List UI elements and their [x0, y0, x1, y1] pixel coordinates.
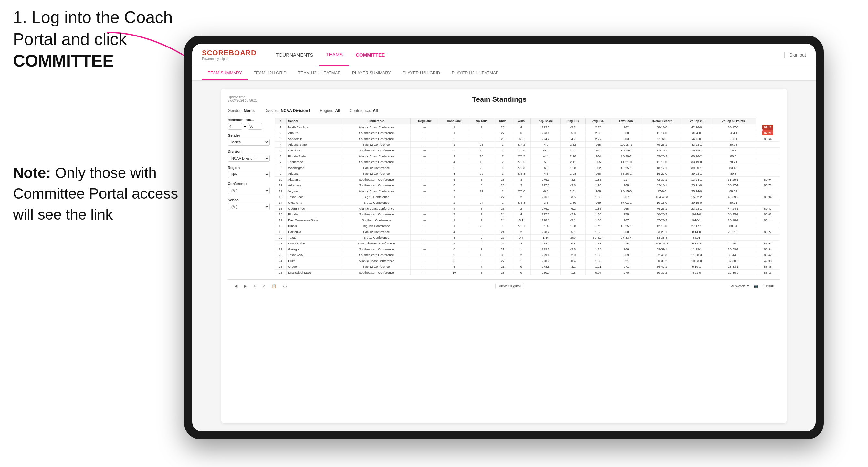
table-row: 8WashingtonPac-12 Conference—2231276.3-6… — [275, 165, 780, 171]
sub-nav-team-h2h-heatmap[interactable]: TEAM H2H HEATMAP — [292, 66, 346, 80]
table-row: 6Florida StateAtlantic Coast Conference—… — [275, 153, 780, 159]
table-cell: 268 — [611, 183, 642, 188]
table-cell: 12-15-0 — [642, 223, 682, 229]
table-cell: 1.90 — [585, 183, 611, 188]
max-rounds-input[interactable] — [248, 123, 262, 129]
gender-value: Men's — [244, 108, 254, 113]
table-cell: 273.6 — [531, 130, 561, 136]
table-cell: 8 — [469, 177, 494, 183]
table-cell: 271 — [611, 264, 642, 270]
table-cell: 3 — [439, 171, 469, 177]
nav-teams[interactable]: TEAMS — [319, 43, 349, 66]
min-rounds-input[interactable] — [228, 123, 242, 129]
table-cell: 8 — [469, 206, 494, 212]
table-cell: Pac-12 Conference — [342, 229, 410, 235]
table-cell: 1 — [494, 142, 512, 148]
table-cell: 17 — [275, 217, 286, 223]
table-cell: 87.21 — [755, 130, 780, 136]
table-cell: Big 12 Conference — [342, 194, 410, 200]
watch-button[interactable]: 👁 Watch ▼ — [731, 284, 750, 288]
conference-select[interactable]: (All) — [228, 187, 270, 194]
table-row: 5Ole MissSoutheastern Conference—3161274… — [275, 148, 780, 153]
table-cell: 3 — [439, 235, 469, 241]
table-cell: Southeastern Conference — [342, 130, 410, 136]
toolbar-refresh[interactable]: ↻ — [251, 283, 258, 289]
table-cell: 2.37 — [561, 148, 586, 153]
toolbar-info[interactable]: ⓘ — [281, 282, 289, 290]
table-cell: 26 — [494, 206, 512, 212]
toolbar-copy[interactable]: 📋 — [270, 283, 278, 289]
table-cell: 83.49 — [711, 165, 755, 171]
table-cell: 1.28 — [561, 223, 586, 229]
table-cell: Atlantic Coast Conference — [342, 124, 410, 130]
table-cell: 76-26-1 — [642, 206, 682, 212]
table-cell: 9 — [469, 241, 494, 246]
filter-region: Region: All — [320, 108, 340, 113]
share-button[interactable]: ⇧ Share — [762, 284, 775, 288]
nav-bar: SCOREBOARD Powered by clippd TOURNAMENTS… — [192, 43, 816, 66]
table-cell: 88.38 — [755, 264, 780, 270]
table-cell: Texas A&M — [286, 252, 342, 258]
table-cell: 9 — [469, 130, 494, 136]
sub-nav-player-summary[interactable]: PLAYER SUMMARY — [346, 66, 397, 80]
sidebar-gender-label: Gender — [228, 133, 270, 137]
toolbar-forward[interactable]: ▶ — [242, 283, 249, 289]
table-cell: 279.5 — [512, 159, 530, 165]
table-cell: — — [410, 194, 439, 200]
table-cell: 274.8 — [512, 148, 530, 153]
toolbar-back[interactable]: ◀ — [232, 283, 239, 289]
table-cell: — — [410, 212, 439, 217]
sub-nav-team-h2h-grid[interactable]: TEAM H2H GRID — [248, 66, 292, 80]
toolbar-home[interactable]: ⌂ — [261, 283, 267, 289]
table-cell: 258 — [611, 212, 642, 217]
table-cell: 264 — [585, 153, 611, 159]
col-rnds: Rnds — [494, 118, 512, 124]
view-original-button[interactable]: View: Original — [495, 283, 524, 289]
table-cell: 20 — [275, 235, 286, 241]
table-cell: 21 — [275, 241, 286, 246]
table-cell: 80.71 — [755, 183, 780, 188]
sub-nav-team-summary[interactable]: TEAM SUMMARY — [202, 66, 248, 80]
table-cell: 279.6 — [531, 252, 561, 258]
table-row: 2AuburnSoutheastern Conference—19276273.… — [275, 130, 780, 136]
table-cell: 2 — [494, 200, 512, 206]
table-cell: 276.0 — [512, 188, 530, 194]
school-select[interactable]: (All) — [228, 203, 270, 210]
table-cell: 59-39-1 — [642, 246, 682, 252]
table-cell: 66-40-1 — [642, 264, 682, 270]
gender-select[interactable]: Men's — [228, 138, 270, 146]
col-vs-top50: Vs Top 50 Points — [711, 118, 755, 124]
table-cell: -5.1 — [561, 217, 586, 223]
table-cell: 0 — [512, 264, 530, 270]
sub-nav-player-h2h-heatmap[interactable]: PLAYER H2H HEATMAP — [446, 66, 504, 80]
table-cell: 8 — [469, 229, 494, 235]
table-cell: Southeastern Conference — [342, 246, 410, 252]
table-cell: 4-21-0 — [682, 270, 711, 276]
table-cell: Southeastern Conference — [342, 270, 410, 276]
table-cell: 87-21-2 — [642, 217, 682, 223]
table-cell: — — [410, 183, 439, 188]
sign-out-link[interactable]: Sign out — [789, 52, 806, 58]
sub-nav-player-h2h-grid[interactable]: PLAYER H2H GRID — [397, 66, 446, 80]
table-cell: 40-39-2 — [711, 194, 755, 200]
table-cell: 1 — [494, 223, 512, 229]
sidebar-minimum-rounds: Minimum Rou... – — [228, 118, 270, 129]
table-cell: 274.2 — [531, 136, 561, 142]
screenshot-button[interactable]: 📷 — [754, 284, 758, 288]
nav-tournaments[interactable]: TOURNAMENTS — [270, 43, 320, 66]
table-cell: 279.1 — [512, 223, 530, 229]
table-cell: 22 — [469, 171, 494, 177]
col-overall-record: Overall Record — [642, 118, 682, 124]
region-select[interactable]: N/A — [228, 171, 270, 178]
table-cell: North Carolina — [286, 124, 342, 130]
nav-committee[interactable]: COMMITTEE — [349, 43, 391, 66]
table-cell: -3.5 — [561, 194, 586, 200]
table-cell: — — [410, 165, 439, 171]
table-cell: 277.5 — [531, 212, 561, 217]
table-area: # School Conference Reg Rank Conf Rank N… — [275, 118, 780, 276]
table-cell: 260 — [611, 130, 642, 136]
division-select[interactable]: NCAA Division I — [228, 155, 270, 162]
table-cell: Arizona — [286, 171, 342, 177]
table-cell: 59-41-4 — [585, 235, 611, 241]
table-cell: Southeastern Conference — [342, 252, 410, 258]
